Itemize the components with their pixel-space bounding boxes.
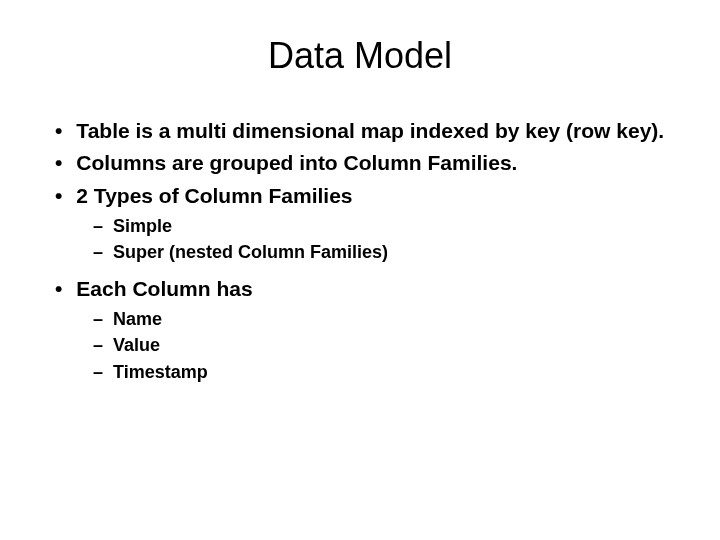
- sub-bullet-item: – Simple: [93, 214, 685, 238]
- slide-title: Data Model: [35, 35, 685, 77]
- bullet-item: • Columns are grouped into Column Famili…: [45, 149, 685, 177]
- dash-icon: –: [93, 333, 103, 357]
- dash-icon: –: [93, 360, 103, 384]
- bullet-icon: •: [55, 275, 62, 303]
- sub-bullet-item: – Timestamp: [93, 360, 685, 384]
- bullet-item: • Table is a multi dimensional map index…: [45, 117, 685, 145]
- slide-content: • Table is a multi dimensional map index…: [35, 117, 685, 384]
- bullet-text: 2 Types of Column Families: [76, 182, 352, 210]
- sub-bullet-text: Name: [113, 307, 162, 331]
- sub-bullet-text: Super (nested Column Families): [113, 240, 388, 264]
- bullet-text: Columns are grouped into Column Families…: [76, 149, 517, 177]
- bullet-icon: •: [55, 117, 62, 145]
- bullet-item: • Each Column has: [45, 275, 685, 303]
- dash-icon: –: [93, 214, 103, 238]
- bullet-item: • 2 Types of Column Families: [45, 182, 685, 210]
- sub-bullet-item: – Value: [93, 333, 685, 357]
- sub-bullet-item: – Name: [93, 307, 685, 331]
- bullet-text: Table is a multi dimensional map indexed…: [76, 117, 664, 145]
- sub-bullet-item: – Super (nested Column Families): [93, 240, 685, 264]
- dash-icon: –: [93, 240, 103, 264]
- sub-bullet-text: Timestamp: [113, 360, 208, 384]
- sub-bullet-text: Simple: [113, 214, 172, 238]
- bullet-text: Each Column has: [76, 275, 252, 303]
- bullet-icon: •: [55, 149, 62, 177]
- sub-bullet-text: Value: [113, 333, 160, 357]
- dash-icon: –: [93, 307, 103, 331]
- bullet-icon: •: [55, 182, 62, 210]
